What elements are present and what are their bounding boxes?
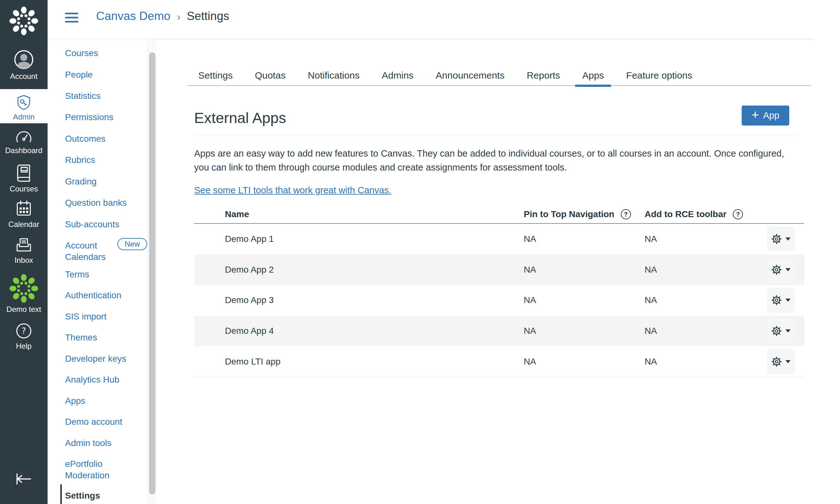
table-row: Demo App 4 NA NA — [194, 316, 804, 346]
demo-canvas-logo-icon — [0, 272, 48, 305]
nav-item-sis-import[interactable]: SIS import — [65, 311, 107, 322]
tab-quotas[interactable]: Quotas — [255, 65, 285, 86]
tab-admins[interactable]: Admins — [382, 65, 414, 86]
add-app-button[interactable]: + App — [742, 106, 789, 126]
courses-book-icon — [0, 163, 48, 183]
table-header-row: Name Pin to Top Navigation ? Add to RCE … — [194, 205, 804, 224]
sidebar-item-help[interactable]: ? Help — [0, 322, 48, 350]
help-question-icon: ? — [0, 322, 48, 340]
sidebar-item-account[interactable]: Account — [0, 49, 48, 81]
nav-item-sub-accounts[interactable]: Sub-accounts — [65, 219, 119, 230]
page-title: External Apps — [194, 109, 286, 126]
caret-down-icon — [785, 237, 790, 240]
sidebar-item-courses[interactable]: Courses — [0, 163, 48, 193]
canvas-logo-icon[interactable] — [7, 4, 40, 39]
nav-item-rubrics[interactable]: Rubrics — [65, 155, 95, 166]
nav-item-themes[interactable]: Themes — [65, 332, 97, 343]
app-settings-menu-button[interactable] — [767, 319, 795, 343]
sidebar-item-label: Account — [0, 72, 48, 81]
new-badge: New — [117, 238, 147, 250]
tab-announcements[interactable]: Announcements — [436, 65, 505, 86]
sidebar-item-inbox[interactable]: Inbox — [0, 236, 48, 265]
nav-item-apps[interactable]: Apps — [65, 395, 85, 407]
global-navigation: Account Admin Dashboard — [0, 0, 48, 504]
app-settings-menu-button[interactable] — [767, 257, 795, 282]
rce-value: NA — [645, 265, 746, 275]
rce-value: NA — [645, 295, 746, 305]
collapse-global-nav-button[interactable] — [0, 470, 48, 488]
nav-item-settings[interactable]: Settings — [65, 490, 100, 502]
table-row: Demo App 1 NA NA — [194, 224, 804, 254]
pin-value: NA — [524, 234, 645, 244]
table-row: Demo App 2 NA NA — [194, 254, 804, 285]
nav-item-demo-account[interactable]: Demo account — [65, 416, 122, 428]
nav-item-terms[interactable]: Terms — [65, 269, 89, 280]
tab-reports[interactable]: Reports — [527, 65, 560, 86]
pin-help-icon[interactable]: ? — [621, 209, 631, 219]
nav-item-grading[interactable]: Grading — [65, 176, 97, 187]
app-settings-menu-button[interactable] — [767, 288, 795, 312]
breadcrumb: Canvas Demo › Settings — [96, 10, 229, 23]
sidebar-item-dashboard[interactable]: Dashboard — [0, 128, 48, 155]
tab-apps[interactable]: Apps — [582, 65, 604, 86]
breadcrumb-separator-icon: › — [177, 10, 180, 23]
app-settings-menu-button[interactable] — [767, 349, 795, 374]
app-name: Demo App 4 — [194, 326, 524, 336]
nav-item-question-banks[interactable]: Question banks — [65, 197, 127, 209]
nav-item-analytics-hub[interactable]: Analytics Hub — [65, 374, 119, 385]
app-name: Demo LTI app — [194, 357, 524, 367]
sidebar-item-calendar[interactable]: Calendar — [0, 199, 48, 229]
breadcrumb-current: Settings — [187, 10, 229, 23]
column-header-rce: Add to RCE toolbar ? — [645, 209, 746, 219]
table-row: Demo LTI app NA NA — [194, 346, 804, 377]
header-divider — [48, 39, 814, 39]
sidebar-item-label: Inbox — [0, 256, 48, 265]
nav-scrollbar-thumb[interactable] — [149, 52, 155, 494]
sidebar-item-label: Courses — [0, 184, 48, 193]
account-navigation: Courses People Statistics Permissions Ou… — [48, 39, 147, 504]
app-name: Demo App 3 — [194, 295, 524, 305]
nav-scrollbar-track[interactable] — [147, 39, 156, 504]
pin-value: NA — [524, 326, 645, 336]
rce-value: NA — [645, 357, 746, 367]
sidebar-item-label: Calendar — [0, 220, 48, 229]
caret-down-icon — [785, 329, 790, 332]
account-avatar-icon — [0, 49, 48, 70]
breadcrumb-root-link[interactable]: Canvas Demo — [96, 10, 170, 23]
admin-shield-icon — [0, 94, 48, 111]
pin-value: NA — [524, 265, 645, 275]
nav-item-authentication[interactable]: Authentication — [65, 290, 121, 301]
nav-item-people[interactable]: People — [65, 69, 93, 80]
app-settings-menu-button[interactable] — [767, 227, 795, 251]
tab-feature-options[interactable]: Feature options — [626, 65, 692, 86]
nav-item-eportfolio-moderation[interactable]: ePortfolio Moderation — [65, 458, 128, 481]
nav-item-permissions[interactable]: Permissions — [65, 112, 113, 123]
sidebar-item-label: Demo text — [0, 305, 48, 314]
nav-item-account-calendars[interactable]: Account Calendars — [65, 240, 119, 263]
sidebar-item-label: Help — [0, 342, 48, 350]
sidebar-item-demo-text[interactable]: Demo text — [0, 272, 48, 314]
table-row: Demo App 3 NA NA — [194, 285, 804, 316]
rce-value: NA — [645, 326, 746, 336]
nav-item-admin-tools[interactable]: Admin tools — [65, 437, 111, 449]
inbox-tray-icon — [0, 236, 48, 254]
nav-item-statistics[interactable]: Statistics — [65, 90, 101, 102]
nav-item-courses[interactable]: Courses — [65, 48, 98, 59]
tab-settings[interactable]: Settings — [198, 65, 232, 86]
nav-item-developer-keys[interactable]: Developer keys — [65, 353, 126, 364]
sidebar-item-admin[interactable]: Admin — [0, 89, 48, 123]
svg-text:?: ? — [21, 326, 26, 336]
title-divider — [194, 134, 797, 135]
apps-description: Apps are an easy way to add new features… — [194, 146, 797, 174]
sidebar-item-label: Admin — [0, 112, 48, 121]
app-name: Demo App 2 — [194, 265, 524, 275]
gear-icon — [771, 294, 782, 306]
pin-value: NA — [524, 357, 645, 367]
nav-item-outcomes[interactable]: Outcomes — [65, 133, 106, 145]
external-apps-table: Name Pin to Top Navigation ? Add to RCE … — [194, 205, 804, 377]
menu-hamburger-icon[interactable] — [65, 13, 78, 22]
lti-tools-link[interactable]: See some LTI tools that work great with … — [194, 185, 391, 196]
tab-notifications[interactable]: Notifications — [308, 65, 360, 86]
caret-down-icon — [785, 268, 790, 271]
rce-help-icon[interactable]: ? — [733, 209, 743, 219]
